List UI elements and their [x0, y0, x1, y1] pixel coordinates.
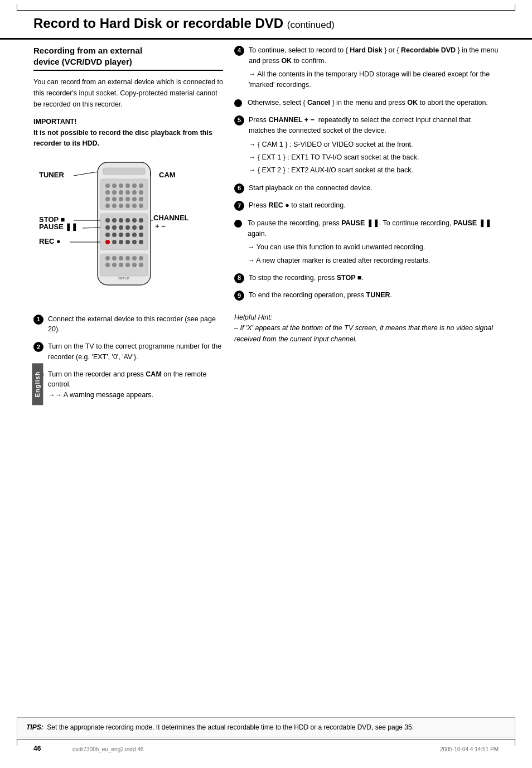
step-3-arrow: → A warning message appears.	[48, 391, 153, 399]
tips-text: Set the appropriate recording mode. It d…	[47, 723, 414, 731]
step-1-content: Connect the external device to this reco…	[48, 314, 223, 335]
sidebar-language-label: English	[32, 363, 43, 405]
svg-point-5	[119, 183, 123, 188]
svg-point-45	[139, 233, 143, 237]
step-8: 8 To stop the recording, press STOP ■.	[234, 273, 499, 283]
step-num-5: 5	[234, 115, 244, 125]
svg-point-24	[125, 204, 130, 208]
svg-point-30	[119, 218, 123, 223]
description-text: You can record from an external device w…	[33, 76, 223, 110]
svg-point-9	[105, 190, 110, 195]
step-1: 1 Connect the external device to this re…	[33, 314, 223, 335]
svg-point-6	[125, 183, 130, 188]
step-5: 5 Press CHANNEL + − repeatedly to select…	[234, 115, 499, 176]
svg-point-3	[105, 183, 110, 188]
svg-point-36	[119, 225, 123, 230]
helpful-hint-title: Helpful Hint:	[234, 313, 272, 321]
svg-point-22	[112, 204, 117, 208]
step-num-1: 1	[33, 315, 43, 325]
step-7: 7 Press REC ● to start recording.	[234, 200, 499, 211]
svg-point-11	[119, 190, 123, 195]
tips-label: TIPS:	[26, 723, 43, 731]
step-num-6: 6	[234, 183, 244, 194]
step-3-content: Turn on the recorder and press CAM on th…	[48, 369, 223, 400]
page-number: 46	[33, 745, 41, 752]
step-4-content: To continue, select to record to { Hard …	[249, 45, 499, 91]
svg-point-42	[119, 233, 123, 237]
svg-point-56	[125, 256, 130, 260]
important-label: IMPORTANT!	[33, 118, 223, 125]
step-num-4: 4	[234, 46, 244, 56]
svg-point-51	[139, 240, 143, 244]
page-title: Record to Hard Disk or recordable DVD (c…	[33, 16, 499, 31]
page-border-bottom	[17, 740, 515, 740]
step-pause-bullet: To pause the recording, press PAUSE ❚❚. …	[234, 218, 499, 267]
svg-point-14	[139, 190, 143, 195]
page-border-top	[17, 10, 515, 11]
file-info-right: 2005-10-04 4:14:51 PM	[440, 746, 499, 752]
step-num-2: 2	[33, 342, 43, 352]
svg-point-57	[132, 256, 137, 260]
important-text: It is not possible to record the disc pl…	[33, 128, 223, 149]
svg-point-19	[132, 197, 137, 201]
svg-point-48	[119, 240, 123, 244]
svg-point-53	[105, 256, 110, 260]
svg-point-10	[112, 190, 117, 195]
step-9: 9 To end the recording operation, press …	[234, 290, 499, 301]
helpful-hint: Helpful Hint: – If 'X' appears at the bo…	[234, 312, 499, 345]
step-6: 6 Start playback on the connected device…	[234, 183, 499, 194]
svg-rect-1	[103, 168, 145, 175]
step-4: 4 To continue, select to record to { Har…	[234, 45, 499, 91]
svg-point-55	[119, 256, 123, 260]
step-otherwise-content: Otherwise, select { Cancel } in the menu…	[248, 98, 499, 108]
svg-point-50	[132, 240, 137, 244]
section-heading: Recording from an external device (VCR/D…	[33, 45, 223, 71]
step-7-content: Press REC ● to start recording.	[249, 200, 499, 211]
bullet-otherwise	[234, 99, 242, 107]
svg-point-33	[139, 218, 143, 223]
svg-point-25	[132, 204, 137, 208]
svg-point-46	[105, 240, 110, 244]
svg-point-34	[105, 225, 110, 230]
left-column: Recording from an external device (VCR/D…	[33, 45, 223, 407]
svg-text:+ −: + −	[155, 222, 166, 230]
svg-point-8	[139, 183, 143, 188]
svg-point-60	[112, 263, 117, 267]
svg-point-26	[139, 204, 143, 208]
svg-text:CAM: CAM	[159, 171, 176, 179]
svg-point-7	[132, 183, 137, 188]
svg-text:PAUSE ❚❚: PAUSE ❚❚	[39, 223, 78, 231]
tips-bar: TIPS: Set the appropriate recording mode…	[17, 717, 515, 737]
svg-point-39	[139, 225, 143, 230]
file-info-left: dvdr7300h_eu_eng2.indd 46	[72, 746, 143, 752]
svg-point-41	[112, 233, 117, 237]
svg-point-12	[125, 190, 130, 195]
svg-point-32	[132, 218, 137, 223]
svg-text:CHANNEL: CHANNEL	[153, 214, 189, 222]
svg-point-15	[105, 197, 110, 201]
remote-svg: SETUP TUNER CAM STOP ■ CHANNEL + − PAUSE…	[33, 158, 217, 306]
svg-point-44	[132, 233, 137, 237]
svg-point-47	[112, 240, 117, 244]
svg-point-58	[139, 256, 143, 260]
svg-point-16	[112, 197, 117, 201]
svg-line-67	[74, 172, 98, 176]
step-2-content: Turn on the TV to the correct programme …	[48, 341, 223, 363]
step-9-content: To end the recording operation, press TU…	[249, 290, 499, 301]
step-num-8: 8	[234, 273, 244, 283]
svg-point-64	[139, 263, 143, 267]
right-steps-list: 4 To continue, select to record to { Har…	[234, 45, 499, 301]
helpful-hint-text: – If 'X' appears at the bottom of the TV…	[234, 324, 493, 342]
svg-point-43	[125, 233, 130, 237]
svg-point-40	[105, 233, 110, 237]
page-header: Record to Hard Disk or recordable DVD (c…	[0, 0, 532, 40]
svg-point-31	[125, 218, 130, 223]
step-pause-content: To pause the recording, press PAUSE ❚❚. …	[248, 218, 499, 267]
bullet-pause	[234, 220, 242, 228]
step-8-content: To stop the recording, press STOP ■.	[249, 273, 499, 283]
svg-point-28	[105, 218, 110, 223]
svg-point-35	[112, 225, 117, 230]
svg-point-61	[119, 263, 123, 267]
svg-point-63	[132, 263, 137, 267]
svg-point-20	[139, 197, 143, 201]
